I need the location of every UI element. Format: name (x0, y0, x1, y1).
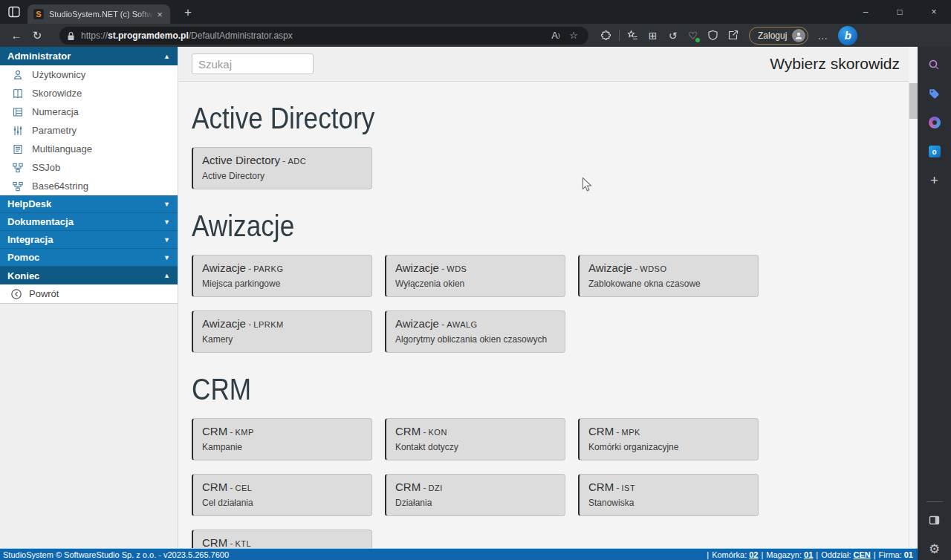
sidebar-item[interactable]: Numeracja (0, 102, 178, 121)
browser-tab[interactable]: S StudioSystem.NET (c) SoftwareStu × (27, 4, 170, 24)
skorowidz-card[interactable]: Awizacje-AWALG Algorytmy obliczania okie… (385, 310, 565, 353)
gear-icon[interactable]: ⚙ (924, 538, 946, 560)
avatar (792, 29, 805, 42)
card-description: Miejsca parkingowe (202, 279, 363, 289)
statusbar-item-value[interactable]: CEN (853, 550, 870, 559)
refresh-button[interactable]: ↻ (27, 26, 48, 45)
card-separator: - (616, 482, 619, 493)
sidebar-search-icon[interactable] (924, 53, 946, 76)
skorowidz-card[interactable]: CRM-KON Kontakt dotyczy (385, 418, 565, 460)
sidebar-item-label: Skorowidze (32, 88, 82, 99)
skorowidz-card[interactable]: CRM-CEL Cel działania (192, 474, 372, 516)
card-description: Cel działania (202, 498, 363, 508)
card-title: CRM (202, 481, 227, 493)
sidebar-item[interactable]: Skorowidze (0, 84, 178, 102)
card-code: PARKG (253, 264, 283, 273)
tab-close-icon[interactable]: × (154, 9, 166, 20)
chevron-down-icon: ▼ (163, 236, 170, 244)
sidebar-item[interactable]: Multilanguage (0, 140, 178, 158)
numbering-icon (12, 106, 24, 118)
browser-toolbar: ← ↻ https://st.programdemo.pl/DefaultAdm… (0, 24, 951, 47)
sidebar-item[interactable]: SSJob (0, 158, 178, 177)
extensions-icon[interactable] (596, 27, 616, 45)
skorowidz-card[interactable]: Awizacje-WDS Wyłączenia okien (385, 255, 565, 297)
card-separator: - (423, 426, 426, 437)
back-button[interactable]: ← (6, 26, 27, 45)
statusbar-item: | Oddział: CEN (813, 550, 870, 559)
app-sidebar: Administrator ▲ Użytkownicy Skorowidze N… (0, 47, 178, 548)
sidebar-item[interactable]: Użytkownicy (0, 65, 178, 84)
collections-icon[interactable]: ⊞ (643, 27, 663, 45)
login-label: Zaloguj (758, 30, 787, 41)
skorowidz-group: CRM CRM-KMP Kampanie CRM-KON Kontakt dot… (192, 372, 909, 548)
maximize-button[interactable]: □ (883, 0, 917, 24)
skorowidz-card[interactable]: CRM-KMP Kampanie (192, 418, 372, 460)
card-title: CRM (588, 425, 614, 437)
toolbar-divider (619, 30, 620, 41)
skorowidz-card[interactable]: Awizacje-LPRKM Kamery (192, 310, 372, 353)
card-separator: - (230, 482, 233, 493)
card-separator: - (423, 482, 426, 493)
skorowidz-card[interactable]: CRM-KTL (192, 530, 372, 548)
favorite-star-icon[interactable]: ☆ (565, 27, 582, 44)
sidebar-section-koniec[interactable]: Koniec ▲ (0, 267, 178, 284)
sidebar-section-integracja[interactable]: Integracja ▼ (0, 231, 178, 249)
shopping-icon[interactable] (924, 82, 946, 105)
card-description: Zablokowane okna czasowe (588, 279, 749, 289)
skorowidz-card[interactable]: Awizacje-PARKG Miejsca parkingowe (192, 255, 372, 297)
card-separator: - (441, 319, 444, 330)
outlook-icon[interactable]: o (924, 140, 946, 163)
sidebar-item[interactable]: Base64string (0, 177, 178, 195)
bing-icon[interactable]: b (838, 26, 857, 45)
sidebar-item[interactable]: Parametry (0, 121, 178, 140)
rail-divider (926, 501, 943, 502)
add-sidebar-item-icon[interactable]: + (924, 169, 946, 192)
group-heading: CRM (192, 372, 822, 406)
new-tab-button[interactable]: + (179, 5, 197, 20)
tab-title: StudioSystem.NET (c) SoftwareStu (49, 10, 154, 19)
favorites-bar-icon[interactable] (623, 27, 643, 45)
sidebar-item-powrot[interactable]: Powrót (0, 284, 178, 304)
statusbar-item: | Magazyn: 01 (758, 550, 813, 559)
skorowidz-card[interactable]: CRM-IST Stanowiska (578, 474, 759, 516)
statusbar-item-value[interactable]: 01 (904, 550, 913, 559)
section-label: HelpDesk (7, 198, 51, 209)
sidebar-item-label: Parametry (32, 125, 77, 136)
sliders-icon (12, 125, 24, 137)
browser-essentials-icon[interactable]: ♡ (683, 27, 703, 45)
card-code: KTL (236, 539, 252, 548)
sidebar-section-dokumentacja[interactable]: Dokumentacja ▼ (0, 213, 178, 231)
skorowidz-card[interactable]: CRM-DZI Działania (385, 474, 565, 516)
scrollbar-thumb[interactable] (909, 83, 918, 119)
workspaces-icon[interactable] (7, 4, 22, 19)
card-title: CRM (202, 425, 227, 437)
skorowidz-card[interactable]: Awizacje-WDSO Zablokowane okna czasowe (578, 255, 759, 297)
card-title: CRM (588, 481, 614, 493)
section-label: Administrator (7, 51, 71, 62)
card-grid: CRM-KMP Kampanie CRM-KON Kontakt dotyczy… (192, 418, 909, 548)
address-bar[interactable]: https://st.programdemo.pl/DefaultAdminis… (59, 27, 588, 45)
skorowidz-card[interactable]: CRM-MPK Komórki organizacyjne (578, 418, 759, 460)
privacy-shield-icon[interactable] (703, 27, 723, 45)
read-aloud-icon[interactable]: A) (547, 27, 565, 44)
sidebar-section-administrator[interactable]: Administrator ▲ (0, 47, 178, 65)
login-button[interactable]: Zaloguj (749, 27, 808, 45)
document-icon (12, 143, 24, 155)
statusbar-item-value[interactable]: 02 (749, 550, 758, 559)
minimize-button[interactable]: – (848, 0, 883, 24)
flow-icon (12, 180, 24, 192)
sidebar-section-pomoc[interactable]: Pomoc ▼ (0, 249, 178, 267)
microsoft-365-icon[interactable] (924, 111, 946, 134)
skorowidz-card[interactable]: Active Directory-ADC Active Directory (192, 147, 372, 189)
card-code: DZI (429, 484, 443, 492)
search-input[interactable] (192, 53, 314, 74)
sidebar-toggle-icon[interactable] (924, 509, 946, 531)
share-icon[interactable] (723, 27, 743, 45)
vertical-scrollbar[interactable] (909, 82, 918, 548)
history-icon[interactable]: ↺ (663, 27, 683, 45)
statusbar-item-value[interactable]: 01 (804, 550, 813, 559)
settings-more-icon[interactable]: … (813, 30, 832, 42)
sidebar-section-helpdesk[interactable]: HelpDesk ▼ (0, 195, 178, 213)
statusbar-item-label: Magazyn: (766, 550, 802, 559)
close-button[interactable]: × (917, 0, 951, 24)
